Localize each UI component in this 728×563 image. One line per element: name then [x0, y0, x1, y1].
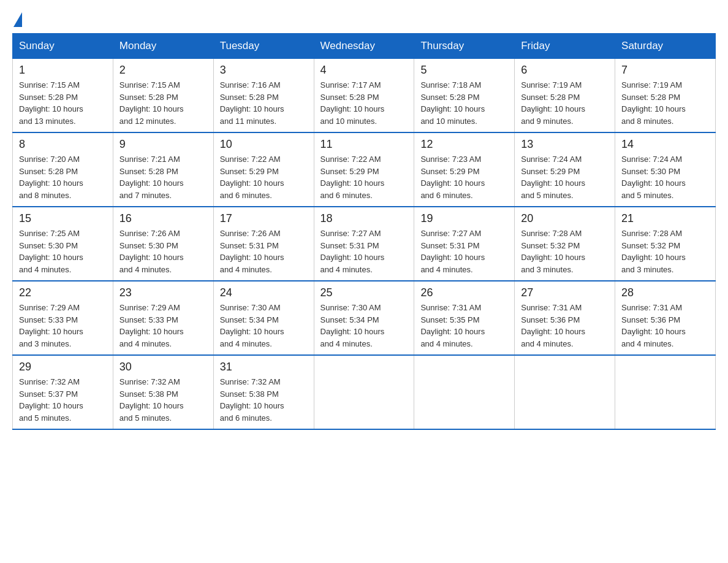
day-cell: 17 Sunrise: 7:26 AMSunset: 5:31 PMDaylig…	[213, 207, 314, 281]
day-cell: 14 Sunrise: 7:24 AMSunset: 5:30 PMDaylig…	[615, 132, 716, 207]
day-info: Sunrise: 7:22 AMSunset: 5:29 PMDaylight:…	[220, 153, 308, 201]
day-number: 24	[220, 286, 308, 299]
day-cell	[515, 355, 615, 429]
week-row-5: 29 Sunrise: 7:32 AMSunset: 5:37 PMDaylig…	[13, 355, 716, 429]
day-cell: 11 Sunrise: 7:22 AMSunset: 5:29 PMDaylig…	[314, 132, 414, 207]
day-info: Sunrise: 7:30 AMSunset: 5:34 PMDaylight:…	[320, 302, 408, 350]
day-number: 1	[19, 64, 107, 77]
day-number: 20	[521, 212, 609, 225]
day-cell: 27 Sunrise: 7:31 AMSunset: 5:36 PMDaylig…	[515, 281, 615, 355]
col-header-thursday: Thursday	[414, 34, 515, 59]
day-cell: 21 Sunrise: 7:28 AMSunset: 5:32 PMDaylig…	[615, 207, 716, 281]
day-number: 12	[420, 138, 508, 151]
day-info: Sunrise: 7:28 AMSunset: 5:32 PMDaylight:…	[521, 228, 609, 275]
day-number: 6	[521, 64, 609, 77]
day-number: 14	[621, 138, 709, 151]
day-info: Sunrise: 7:15 AMSunset: 5:28 PMDaylight:…	[19, 79, 107, 127]
day-info: Sunrise: 7:27 AMSunset: 5:31 PMDaylight:…	[320, 228, 408, 275]
day-info: Sunrise: 7:26 AMSunset: 5:30 PMDaylight:…	[119, 228, 207, 275]
logo-triangle-icon	[13, 12, 22, 27]
week-row-2: 8 Sunrise: 7:20 AMSunset: 5:28 PMDayligh…	[13, 132, 716, 207]
day-number: 4	[320, 64, 408, 77]
logo-text	[12, 12, 23, 27]
day-number: 25	[320, 286, 408, 299]
day-cell: 29 Sunrise: 7:32 AMSunset: 5:37 PMDaylig…	[13, 355, 113, 429]
day-number: 26	[420, 286, 508, 299]
day-info: Sunrise: 7:21 AMSunset: 5:28 PMDaylight:…	[119, 153, 207, 201]
day-info: Sunrise: 7:22 AMSunset: 5:29 PMDaylight:…	[320, 153, 408, 201]
day-cell: 24 Sunrise: 7:30 AMSunset: 5:34 PMDaylig…	[213, 281, 314, 355]
day-number: 15	[19, 212, 107, 225]
day-info: Sunrise: 7:32 AMSunset: 5:38 PMDaylight:…	[220, 376, 308, 424]
col-header-monday: Monday	[113, 34, 213, 59]
day-info: Sunrise: 7:28 AMSunset: 5:32 PMDaylight:…	[621, 228, 709, 275]
day-cell: 15 Sunrise: 7:25 AMSunset: 5:30 PMDaylig…	[13, 207, 113, 281]
day-cell	[414, 355, 515, 429]
day-cell: 30 Sunrise: 7:32 AMSunset: 5:38 PMDaylig…	[113, 355, 213, 429]
week-row-3: 15 Sunrise: 7:25 AMSunset: 5:30 PMDaylig…	[13, 207, 716, 281]
day-cell: 23 Sunrise: 7:29 AMSunset: 5:33 PMDaylig…	[113, 281, 213, 355]
day-info: Sunrise: 7:26 AMSunset: 5:31 PMDaylight:…	[220, 228, 308, 275]
day-info: Sunrise: 7:15 AMSunset: 5:28 PMDaylight:…	[119, 79, 207, 127]
day-cell: 18 Sunrise: 7:27 AMSunset: 5:31 PMDaylig…	[314, 207, 414, 281]
day-cell: 6 Sunrise: 7:19 AMSunset: 5:28 PMDayligh…	[515, 59, 615, 133]
day-info: Sunrise: 7:29 AMSunset: 5:33 PMDaylight:…	[19, 302, 107, 350]
day-info: Sunrise: 7:29 AMSunset: 5:33 PMDaylight:…	[119, 302, 207, 350]
day-cell: 28 Sunrise: 7:31 AMSunset: 5:36 PMDaylig…	[615, 281, 716, 355]
day-number: 2	[119, 64, 207, 77]
day-number: 3	[220, 64, 308, 77]
day-info: Sunrise: 7:19 AMSunset: 5:28 PMDaylight:…	[521, 79, 609, 127]
day-cell: 8 Sunrise: 7:20 AMSunset: 5:28 PMDayligh…	[13, 132, 113, 207]
col-header-friday: Friday	[515, 34, 615, 59]
day-number: 30	[119, 361, 207, 373]
day-number: 31	[220, 361, 308, 373]
day-cell: 19 Sunrise: 7:27 AMSunset: 5:31 PMDaylig…	[414, 207, 515, 281]
day-number: 7	[621, 64, 709, 77]
col-header-saturday: Saturday	[615, 34, 716, 59]
day-number: 18	[320, 212, 408, 225]
col-header-tuesday: Tuesday	[213, 34, 314, 59]
day-cell: 12 Sunrise: 7:23 AMSunset: 5:29 PMDaylig…	[414, 132, 515, 207]
day-number: 9	[119, 138, 207, 151]
day-number: 21	[621, 212, 709, 225]
day-cell: 13 Sunrise: 7:24 AMSunset: 5:29 PMDaylig…	[515, 132, 615, 207]
day-cell: 26 Sunrise: 7:31 AMSunset: 5:35 PMDaylig…	[414, 281, 515, 355]
day-cell: 7 Sunrise: 7:19 AMSunset: 5:28 PMDayligh…	[615, 59, 716, 133]
day-cell: 16 Sunrise: 7:26 AMSunset: 5:30 PMDaylig…	[113, 207, 213, 281]
day-info: Sunrise: 7:17 AMSunset: 5:28 PMDaylight:…	[320, 79, 408, 127]
day-number: 28	[621, 286, 709, 299]
col-header-wednesday: Wednesday	[314, 34, 414, 59]
day-cell: 4 Sunrise: 7:17 AMSunset: 5:28 PMDayligh…	[314, 59, 414, 133]
day-info: Sunrise: 7:16 AMSunset: 5:28 PMDaylight:…	[220, 79, 308, 127]
day-info: Sunrise: 7:31 AMSunset: 5:35 PMDaylight:…	[420, 302, 508, 350]
day-number: 22	[19, 286, 107, 299]
day-cell: 9 Sunrise: 7:21 AMSunset: 5:28 PMDayligh…	[113, 132, 213, 207]
day-cell: 2 Sunrise: 7:15 AMSunset: 5:28 PMDayligh…	[113, 59, 213, 133]
day-cell	[615, 355, 716, 429]
day-info: Sunrise: 7:25 AMSunset: 5:30 PMDaylight:…	[19, 228, 107, 275]
day-number: 16	[119, 212, 207, 225]
day-info: Sunrise: 7:20 AMSunset: 5:28 PMDaylight:…	[19, 153, 107, 201]
calendar-table: SundayMondayTuesdayWednesdayThursdayFrid…	[12, 33, 716, 430]
day-number: 13	[521, 138, 609, 151]
day-info: Sunrise: 7:32 AMSunset: 5:37 PMDaylight:…	[19, 376, 107, 424]
day-number: 5	[420, 64, 508, 77]
logo	[12, 12, 23, 23]
day-cell: 22 Sunrise: 7:29 AMSunset: 5:33 PMDaylig…	[13, 281, 113, 355]
day-cell: 3 Sunrise: 7:16 AMSunset: 5:28 PMDayligh…	[213, 59, 314, 133]
header	[12, 12, 716, 23]
day-info: Sunrise: 7:27 AMSunset: 5:31 PMDaylight:…	[420, 228, 508, 275]
day-info: Sunrise: 7:32 AMSunset: 5:38 PMDaylight:…	[119, 376, 207, 424]
day-cell: 20 Sunrise: 7:28 AMSunset: 5:32 PMDaylig…	[515, 207, 615, 281]
day-cell	[314, 355, 414, 429]
day-cell: 5 Sunrise: 7:18 AMSunset: 5:28 PMDayligh…	[414, 59, 515, 133]
day-number: 10	[220, 138, 308, 151]
day-cell: 31 Sunrise: 7:32 AMSunset: 5:38 PMDaylig…	[213, 355, 314, 429]
day-cell: 25 Sunrise: 7:30 AMSunset: 5:34 PMDaylig…	[314, 281, 414, 355]
day-number: 23	[119, 286, 207, 299]
week-row-1: 1 Sunrise: 7:15 AMSunset: 5:28 PMDayligh…	[13, 59, 716, 133]
day-info: Sunrise: 7:24 AMSunset: 5:29 PMDaylight:…	[521, 153, 609, 201]
day-number: 19	[420, 212, 508, 225]
col-header-sunday: Sunday	[13, 34, 113, 59]
day-info: Sunrise: 7:30 AMSunset: 5:34 PMDaylight:…	[220, 302, 308, 350]
